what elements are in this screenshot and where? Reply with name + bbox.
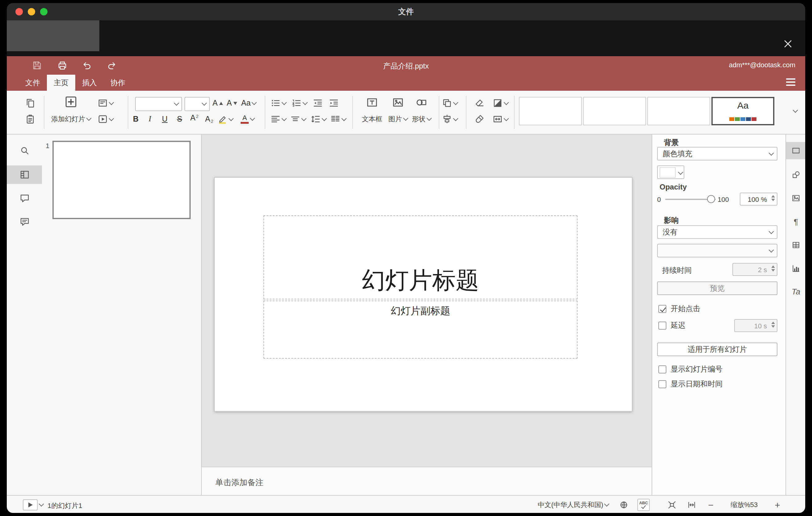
add-slide-button[interactable]: [64, 95, 78, 108]
increase-indent-button[interactable]: [329, 98, 339, 108]
effect-type-select[interactable]: [657, 244, 778, 257]
notes-area[interactable]: 单击添加备注: [202, 467, 651, 495]
apply-to-all-button[interactable]: 适用于所有幻灯片: [657, 343, 778, 356]
add-slide-label-button[interactable]: 添加幻灯片: [51, 114, 91, 124]
bullets-button[interactable]: [270, 98, 286, 108]
opacity-slider-knob[interactable]: [707, 195, 715, 203]
font-name-select[interactable]: [135, 97, 182, 111]
font-color-button[interactable]: A: [241, 114, 254, 124]
insert-image-label-button[interactable]: 图片: [388, 114, 408, 124]
opacity-value-field[interactable]: 100 %: [740, 193, 778, 205]
show-slide-number-label[interactable]: 显示幻灯片编号: [671, 365, 723, 373]
insert-shape-button[interactable]: [415, 96, 427, 108]
copy-style-button[interactable]: [474, 114, 484, 124]
language-select[interactable]: 中文(中华人民共和国): [538, 500, 609, 510]
theme-option-selected[interactable]: Aa: [712, 97, 774, 125]
slides-panel-button[interactable]: [7, 165, 42, 184]
show-date-time-checkbox[interactable]: [658, 380, 666, 388]
menu-button[interactable]: [783, 76, 798, 88]
gallery-expand-button[interactable]: [793, 110, 797, 112]
italic-button[interactable]: I: [149, 114, 151, 124]
start-on-click-checkbox[interactable]: [658, 305, 666, 313]
zoom-level-button[interactable]: 缩放%53: [730, 500, 758, 510]
paste-button[interactable]: [25, 114, 35, 124]
superscript-button[interactable]: A2: [190, 114, 199, 122]
line-spacing-button[interactable]: [311, 114, 326, 124]
color-scheme-button[interactable]: [493, 98, 508, 108]
tab-collaboration[interactable]: 协作: [104, 75, 132, 91]
delay-checkbox[interactable]: [658, 322, 666, 329]
fill-color-swatch[interactable]: [657, 165, 684, 179]
close-preview-button[interactable]: [782, 38, 794, 50]
insert-textbox-button[interactable]: [366, 96, 378, 108]
insert-textbox-label-button[interactable]: 文本框: [362, 114, 382, 124]
title-placeholder[interactable]: 幻灯片标题: [263, 216, 578, 299]
fill-type-select[interactable]: 颜色填充: [657, 147, 778, 161]
vertical-align-button[interactable]: [290, 114, 306, 124]
spinner-arrows-icon[interactable]: [771, 195, 775, 201]
slide-layout-button[interactable]: [98, 98, 113, 108]
shape-settings-tab[interactable]: [786, 166, 805, 183]
subtitle-placeholder[interactable]: 幻灯片副标题: [263, 300, 578, 359]
delay-label[interactable]: 延迟: [671, 322, 686, 329]
spinner-arrows-icon[interactable]: [771, 265, 775, 271]
numbering-button[interactable]: [292, 98, 307, 108]
copy-button[interactable]: [25, 98, 35, 108]
slide-canvas[interactable]: 幻灯片标题 幻灯片副标题: [214, 177, 633, 412]
columns-button[interactable]: [330, 114, 346, 124]
tab-file[interactable]: 文件: [19, 75, 47, 91]
tab-insert[interactable]: 插入: [75, 75, 104, 91]
decrease-indent-button[interactable]: [313, 98, 323, 108]
highlight-color-button[interactable]: [218, 114, 233, 124]
theme-option-2[interactable]: [583, 97, 646, 125]
start-slideshow-button[interactable]: [98, 114, 113, 124]
align-objects-button[interactable]: [442, 114, 458, 124]
slide-settings-tab[interactable]: [786, 142, 805, 159]
zoom-out-button[interactable]: −: [708, 500, 714, 510]
insert-shape-label-button[interactable]: 形状: [412, 114, 431, 124]
clear-style-button[interactable]: [474, 98, 484, 108]
spell-checking-button[interactable]: ABC: [637, 499, 650, 511]
effect-select[interactable]: 没有: [657, 225, 778, 239]
theme-option-3[interactable]: [647, 97, 710, 125]
delay-field[interactable]: 10 s: [734, 319, 778, 332]
chat-panel-button[interactable]: [7, 212, 42, 231]
subscript-button[interactable]: A2: [205, 115, 213, 123]
image-settings-tab[interactable]: [786, 190, 805, 207]
change-case-button[interactable]: Aa: [241, 99, 256, 107]
table-icon: [792, 241, 800, 249]
font-size-select[interactable]: [184, 97, 210, 111]
show-slide-number-checkbox[interactable]: [658, 365, 666, 373]
fit-slide-button[interactable]: [668, 500, 676, 509]
slideshow-options-button[interactable]: [39, 504, 43, 506]
comment-icon: [20, 193, 29, 203]
document-language-button[interactable]: [619, 500, 628, 509]
insert-image-button[interactable]: [392, 96, 404, 108]
theme-option-1[interactable]: [519, 97, 582, 125]
slide-thumbnail[interactable]: [53, 141, 191, 219]
duration-field[interactable]: 2 s: [732, 263, 778, 276]
table-settings-tab[interactable]: [786, 236, 805, 254]
tab-home[interactable]: 主页: [47, 75, 75, 91]
preview-button[interactable]: 预览: [657, 282, 778, 295]
start-on-click-label[interactable]: 开始点击: [671, 305, 700, 313]
fit-width-button[interactable]: [687, 500, 696, 509]
increase-font-button[interactable]: A: [212, 99, 223, 107]
textart-settings-tab[interactable]: Ta: [786, 283, 805, 300]
search-panel-button[interactable]: [7, 141, 42, 160]
show-date-time-label[interactable]: 显示日期和时间: [671, 380, 723, 388]
arrange-button[interactable]: [442, 98, 458, 108]
spinner-arrows-icon[interactable]: [771, 322, 775, 328]
horizontal-align-button[interactable]: [270, 114, 286, 124]
strikeout-button[interactable]: S: [177, 115, 182, 123]
bold-button[interactable]: B: [133, 115, 139, 123]
zoom-in-button[interactable]: +: [775, 500, 780, 510]
chart-settings-tab[interactable]: [786, 260, 805, 277]
decrease-font-button[interactable]: A: [227, 99, 237, 107]
comments-panel-button[interactable]: [7, 189, 42, 207]
underline-button[interactable]: U: [162, 115, 168, 123]
theme-color-chip: [741, 117, 745, 121]
start-slideshow-statusbar-button[interactable]: [23, 499, 38, 511]
slide-size-button[interactable]: [493, 114, 508, 124]
paragraph-settings-tab[interactable]: ¶: [786, 213, 805, 230]
